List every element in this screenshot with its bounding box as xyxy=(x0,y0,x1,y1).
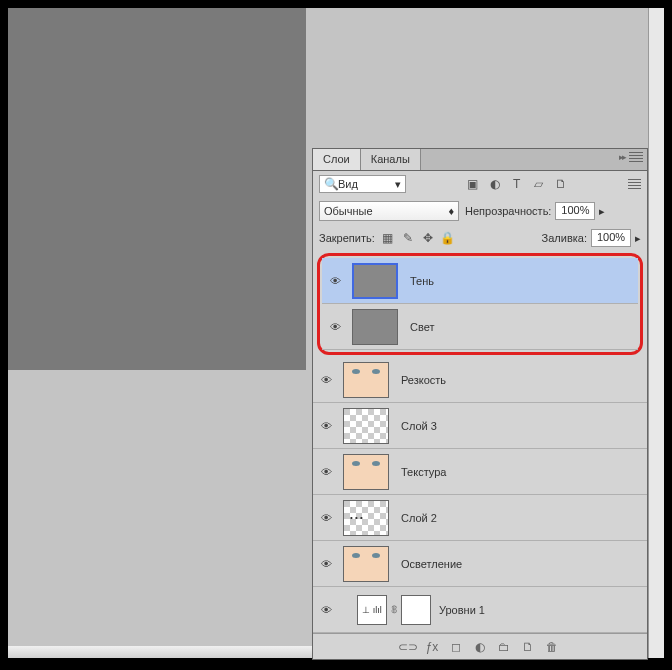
new-layer-icon[interactable]: 🗋 xyxy=(521,640,535,654)
filter-type-icon[interactable]: T xyxy=(510,177,524,191)
filter-adjust-icon[interactable]: ◐ xyxy=(488,177,502,191)
visibility-icon[interactable]: 👁 xyxy=(317,558,335,570)
layer-name-label[interactable]: Уровни 1 xyxy=(435,604,643,616)
visibility-icon[interactable]: 👁 xyxy=(317,374,335,386)
lock-label: Закрепить: xyxy=(319,232,375,244)
lock-paint-icon[interactable]: ✎ xyxy=(401,231,415,245)
filter-pixel-icon[interactable]: ▣ xyxy=(466,177,480,191)
fx-icon[interactable]: ƒx xyxy=(425,640,439,654)
layer-thumbnail[interactable] xyxy=(343,546,389,582)
filter-row: 🔍 Вид ▾ ▣ ◐ T ▱ 🗋 xyxy=(313,171,647,197)
delete-icon[interactable]: 🗑 xyxy=(545,640,559,654)
layer-name-label[interactable]: Слой 2 xyxy=(397,512,643,524)
filter-type-select[interactable]: 🔍 Вид ▾ xyxy=(319,175,406,193)
link-icon[interactable]: 𝟠 xyxy=(391,604,397,615)
mask-thumbnail[interactable] xyxy=(401,595,431,625)
canvas-area-dark[interactable] xyxy=(8,8,306,370)
vertical-scrollbar[interactable] xyxy=(648,8,664,658)
layer-thumbnail[interactable] xyxy=(352,309,398,345)
panel-menu-icon[interactable] xyxy=(629,152,643,162)
filter-menu-icon[interactable] xyxy=(628,179,641,189)
layer-row[interactable]: 👁 Осветление xyxy=(313,541,647,587)
fill-input[interactable]: 100% xyxy=(591,229,631,247)
dropdown-icon[interactable]: ▸ xyxy=(599,205,605,218)
layer-thumbnail[interactable] xyxy=(343,408,389,444)
group-icon[interactable]: 🗀 xyxy=(497,640,511,654)
layer-thumbnail[interactable] xyxy=(343,362,389,398)
layer-name-label[interactable]: Свет xyxy=(406,321,634,333)
panel-footer: ⊂⊃ ƒx ◻ ◐ 🗀 🗋 🗑 xyxy=(313,633,647,659)
lock-all-icon[interactable]: 🔒 xyxy=(441,231,455,245)
tab-layers[interactable]: Слои xyxy=(313,149,361,170)
layer-row[interactable]: 👁 Тень xyxy=(322,258,638,304)
adjustment-layer-row[interactable]: 👁 ⊥ ılıl 𝟠 Уровни 1 xyxy=(313,587,647,633)
app-frame: Слои Каналы ▸▸ 🔍 Вид ▾ ▣ ◐ T ▱ 🗋 xyxy=(8,8,664,658)
dropdown-icon: ▾ xyxy=(395,178,401,191)
fill-label: Заливка: xyxy=(542,232,587,244)
filter-smart-icon[interactable]: 🗋 xyxy=(554,177,568,191)
tab-channels[interactable]: Каналы xyxy=(361,149,421,170)
layer-row[interactable]: 👁 Текстура xyxy=(313,449,647,495)
dropdown-icon[interactable]: ▸ xyxy=(635,232,641,245)
opacity-label: Непрозрачность: xyxy=(465,205,551,217)
layer-thumbnail[interactable] xyxy=(352,263,398,299)
visibility-icon[interactable]: 👁 xyxy=(317,512,335,524)
mask-icon[interactable]: ◻ xyxy=(449,640,463,654)
layer-name-label[interactable]: Тень xyxy=(406,275,634,287)
blend-row: Обычные ♦ Непрозрачность: 100% ▸ xyxy=(313,197,647,225)
filter-type-label: Вид xyxy=(338,178,358,190)
lock-row: Закрепить: ▦ ✎ ✥ 🔒 Заливка: 100% ▸ xyxy=(313,225,647,251)
filter-shape-icon[interactable]: ▱ xyxy=(532,177,546,191)
adjustment-icon[interactable]: ◐ xyxy=(473,640,487,654)
blend-mode-value: Обычные xyxy=(324,205,373,217)
link-layers-icon[interactable]: ⊂⊃ xyxy=(401,640,415,654)
layers-list: 👁 Тень 👁 Свет 👁 Резкость 👁 Слой 3 xyxy=(313,253,647,633)
dropdown-icon: ♦ xyxy=(448,205,454,217)
blend-mode-select[interactable]: Обычные ♦ xyxy=(319,201,459,221)
visibility-icon[interactable]: 👁 xyxy=(326,275,344,287)
adjustment-icon[interactable]: ⊥ ılıl xyxy=(357,595,387,625)
layer-name-label[interactable]: Текстура xyxy=(397,466,643,478)
highlight-annotation: 👁 Тень 👁 Свет xyxy=(317,253,643,355)
lock-position-icon[interactable]: ✥ xyxy=(421,231,435,245)
layer-row[interactable]: 👁 Свет xyxy=(322,304,638,350)
lock-transparency-icon[interactable]: ▦ xyxy=(381,231,395,245)
visibility-icon[interactable]: 👁 xyxy=(317,604,335,616)
collapse-icon[interactable]: ▸▸ xyxy=(619,152,625,162)
layer-row[interactable]: 👁 Резкость xyxy=(313,357,647,403)
layer-row[interactable]: 👁 Слой 3 xyxy=(313,403,647,449)
visibility-icon[interactable]: 👁 xyxy=(326,321,344,333)
layer-thumbnail[interactable] xyxy=(343,454,389,490)
layer-row[interactable]: 👁 Слой 2 xyxy=(313,495,647,541)
search-icon: 🔍 xyxy=(324,177,338,191)
layer-thumbnail[interactable] xyxy=(343,500,389,536)
layers-panel: Слои Каналы ▸▸ 🔍 Вид ▾ ▣ ◐ T ▱ 🗋 xyxy=(312,148,648,660)
layer-name-label[interactable]: Резкость xyxy=(397,374,643,386)
visibility-icon[interactable]: 👁 xyxy=(317,466,335,478)
visibility-icon[interactable]: 👁 xyxy=(317,420,335,432)
opacity-input[interactable]: 100% xyxy=(555,202,595,220)
panel-tabs: Слои Каналы ▸▸ xyxy=(313,149,647,171)
layer-name-label[interactable]: Осветление xyxy=(397,558,643,570)
layer-name-label[interactable]: Слой 3 xyxy=(397,420,643,432)
